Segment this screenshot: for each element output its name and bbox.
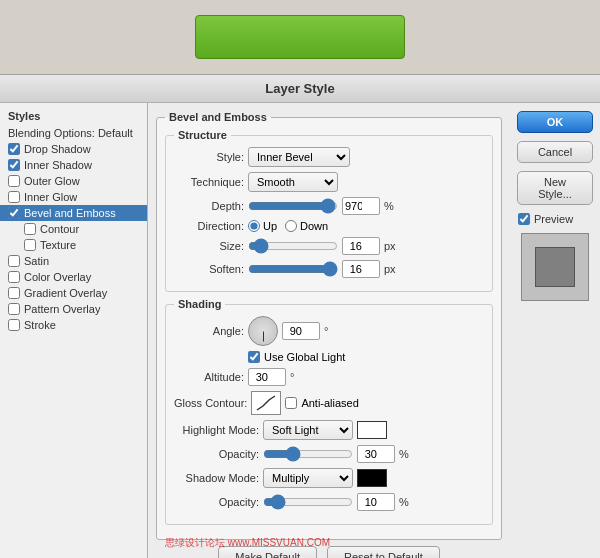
gradient-overlay-checkbox[interactable] — [8, 287, 20, 299]
shadow-color-swatch[interactable] — [357, 469, 387, 487]
shadow-opacity-slider[interactable] — [263, 496, 353, 508]
reset-to-default-button[interactable]: Reset to Default — [327, 546, 440, 558]
sidebar-item-satin[interactable]: Satin — [0, 253, 147, 269]
angle-dial[interactable] — [248, 316, 278, 346]
sidebar-item-gradient-overlay[interactable]: Gradient Overlay — [0, 285, 147, 301]
green-button[interactable] — [195, 15, 405, 59]
global-light-checkbox[interactable] — [248, 351, 260, 363]
pattern-overlay-label: Pattern Overlay — [24, 303, 100, 315]
contour-preview[interactable] — [251, 391, 281, 415]
right-panel: OK Cancel New Style... Preview — [510, 103, 600, 558]
soften-row: Soften: px — [174, 260, 484, 278]
highlight-mode-select[interactable]: Soft Light Normal Multiply Screen Overla… — [263, 420, 353, 440]
sidebar-item-contour[interactable]: Contour — [0, 221, 147, 237]
satin-checkbox[interactable] — [8, 255, 20, 267]
anti-aliased-label[interactable]: Anti-aliased — [285, 397, 358, 409]
structure-title: Structure — [174, 129, 231, 141]
direction-up-radio[interactable] — [248, 220, 260, 232]
technique-select[interactable]: Smooth Chisel Hard Chisel Soft — [248, 172, 338, 192]
technique-row: Technique: Smooth Chisel Hard Chisel Sof… — [174, 172, 484, 192]
soften-slider[interactable] — [248, 263, 338, 275]
altitude-input[interactable] — [248, 368, 286, 386]
depth-unit: % — [384, 200, 394, 212]
highlight-mode-label: Highlight Mode: — [174, 424, 259, 436]
inner-shadow-checkbox[interactable] — [8, 159, 20, 171]
altitude-row: Altitude: ° — [174, 368, 484, 386]
outer-glow-checkbox[interactable] — [8, 175, 20, 187]
altitude-unit: ° — [290, 371, 294, 383]
direction-label: Direction: — [174, 220, 244, 232]
stroke-label: Stroke — [24, 319, 56, 331]
inner-shadow-label: Inner Shadow — [24, 159, 92, 171]
ok-button[interactable]: OK — [517, 111, 593, 133]
styles-header: Styles — [0, 107, 147, 125]
direction-up-label[interactable]: Up — [248, 220, 277, 232]
highlight-opacity-input[interactable] — [357, 445, 395, 463]
depth-input[interactable] — [342, 197, 380, 215]
inner-glow-checkbox[interactable] — [8, 191, 20, 203]
direction-down-label[interactable]: Down — [285, 220, 328, 232]
color-overlay-label: Color Overlay — [24, 271, 91, 283]
angle-input[interactable] — [282, 322, 320, 340]
gradient-overlay-label: Gradient Overlay — [24, 287, 107, 299]
direction-down-radio[interactable] — [285, 220, 297, 232]
gloss-contour-label: Gloss Contour: — [174, 397, 247, 409]
sidebar-item-stroke[interactable]: Stroke — [0, 317, 147, 333]
angle-unit: ° — [324, 325, 328, 337]
drop-shadow-checkbox[interactable] — [8, 143, 20, 155]
angle-row: Angle: ° — [174, 316, 484, 346]
satin-label: Satin — [24, 255, 49, 267]
size-slider[interactable] — [248, 240, 338, 252]
sidebar-item-outer-glow[interactable]: Outer Glow — [0, 173, 147, 189]
depth-label: Depth: — [174, 200, 244, 212]
style-select[interactable]: Inner Bevel Outer Bevel Emboss Pillow Em… — [248, 147, 350, 167]
outer-glow-label: Outer Glow — [24, 175, 80, 187]
soften-input[interactable] — [342, 260, 380, 278]
pattern-overlay-checkbox[interactable] — [8, 303, 20, 315]
gloss-contour-row: Gloss Contour: Anti-aliased — [174, 391, 484, 415]
content-area: Bevel and Emboss Structure Style: Inner … — [148, 103, 510, 558]
highlight-mode-row: Highlight Mode: Soft Light Normal Multip… — [174, 420, 484, 440]
new-style-button[interactable]: New Style... — [517, 171, 593, 205]
depth-row: Depth: % — [174, 197, 484, 215]
shading-title: Shading — [174, 298, 225, 310]
size-row: Size: px — [174, 237, 484, 255]
cancel-button[interactable]: Cancel — [517, 141, 593, 163]
global-light-text: Use Global Light — [264, 351, 345, 363]
sidebar-item-inner-glow[interactable]: Inner Glow — [0, 189, 147, 205]
dialog-titlebar: Layer Style — [0, 75, 600, 103]
soften-unit: px — [384, 263, 396, 275]
sidebar-item-inner-shadow[interactable]: Inner Shadow — [0, 157, 147, 173]
highlight-color-swatch[interactable] — [357, 421, 387, 439]
bevel-emboss-checkbox[interactable] — [8, 207, 20, 219]
highlight-opacity-row: Opacity: % — [174, 445, 484, 463]
shadow-mode-select[interactable]: Multiply Normal Screen Overlay Soft Ligh… — [263, 468, 353, 488]
sidebar-item-drop-shadow[interactable]: Drop Shadow — [0, 141, 147, 157]
sidebar-item-pattern-overlay[interactable]: Pattern Overlay — [0, 301, 147, 317]
make-default-button[interactable]: Make Default — [218, 546, 317, 558]
sidebar-item-blending-options[interactable]: Blending Options: Default — [0, 125, 147, 141]
shadow-opacity-input[interactable] — [357, 493, 395, 511]
sidebar-item-texture[interactable]: Texture — [0, 237, 147, 253]
global-light-row: Use Global Light — [174, 351, 484, 363]
contour-label: Contour — [40, 223, 79, 235]
depth-slider[interactable] — [248, 200, 338, 212]
sidebar-item-bevel-emboss[interactable]: Bevel and Emboss — [0, 205, 147, 221]
stroke-checkbox[interactable] — [8, 319, 20, 331]
bevel-emboss-label: Bevel and Emboss — [24, 207, 116, 219]
texture-checkbox[interactable] — [24, 239, 36, 251]
contour-checkbox[interactable] — [24, 223, 36, 235]
bevel-emboss-section-title: Bevel and Emboss — [165, 111, 271, 123]
sidebar-item-color-overlay[interactable]: Color Overlay — [0, 269, 147, 285]
preview-checkbox[interactable] — [518, 213, 530, 225]
global-light-label[interactable]: Use Global Light — [248, 351, 345, 363]
anti-aliased-checkbox[interactable] — [285, 397, 297, 409]
highlight-opacity-slider[interactable] — [263, 448, 353, 460]
soften-label: Soften: — [174, 263, 244, 275]
color-overlay-checkbox[interactable] — [8, 271, 20, 283]
styles-panel: Styles Blending Options: Default Drop Sh… — [0, 103, 148, 558]
direction-down-text: Down — [300, 220, 328, 232]
shading-section: Shading Angle: ° Use Global Light — [165, 298, 493, 525]
inner-glow-label: Inner Glow — [24, 191, 77, 203]
size-input[interactable] — [342, 237, 380, 255]
